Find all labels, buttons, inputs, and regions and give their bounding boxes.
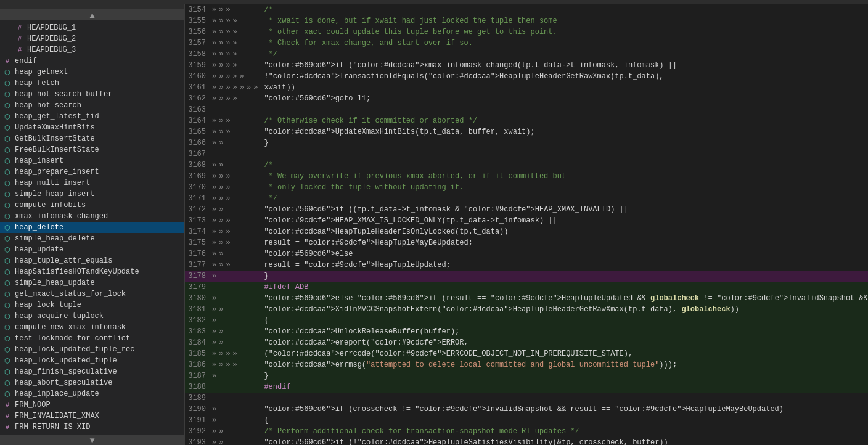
sidebar-item-compute_new_xmax_infomask[interactable]: ⬡compute_new_xmax_infomask — [0, 322, 184, 333]
sidebar-item-heap_acquire_tuplock[interactable]: ⬡heap_acquire_tuplock — [0, 311, 184, 322]
sidebar-item-UpdateXmaxHintBits[interactable]: ⬡UpdateXmaxHintBits — [0, 122, 184, 133]
sidebar-item-heap_lock_tuple[interactable]: ⬡heap_lock_tuple — [0, 300, 184, 311]
table-row: 3154»»»/* — [185, 4, 868, 15]
scroll-down-button[interactable]: ▼ — [0, 435, 184, 445]
sidebar-item-heap_fetch[interactable]: ⬡heap_fetch — [0, 78, 184, 89]
sidebar-item-simple_heap_update[interactable]: ⬡simple_heap_update — [0, 277, 184, 288]
sidebar-item-label: heap_inplace_update — [15, 390, 99, 398]
sidebar-item-heap_lock_updated_tuple_rec[interactable]: ⬡heap_lock_updated_tuple_rec — [0, 344, 184, 355]
arrow-col — [218, 415, 224, 426]
sidebar-item-label: heap_delete — [15, 223, 63, 232]
arrow-col — [245, 193, 252, 204]
func-icon: ⬡ — [2, 189, 12, 199]
sidebar-item-endif[interactable]: #endif — [0, 55, 184, 67]
arrow-col — [252, 160, 259, 171]
sidebar-item-heap_lock_updated_tuple[interactable]: ⬡heap_lock_updated_tuple — [0, 355, 184, 366]
arrow-col — [245, 315, 252, 326]
arrow-col — [232, 137, 239, 149]
sidebar-item-compute_infobits[interactable]: ⬡compute_infobits — [0, 200, 184, 211]
arrow-col — [218, 282, 224, 293]
sidebar-item-heap_inplace_update[interactable]: ⬡heap_inplace_update — [0, 388, 184, 399]
code-table: 3154»»»/*3155»»»» * xwait is done, but i… — [185, 4, 868, 445]
sidebar-item-label: HeapSatisfiesHOTandKeyUpdate — [15, 267, 139, 276]
arrow-col: » — [232, 359, 239, 370]
arrow-col — [245, 171, 252, 182]
arrow-col: » — [224, 348, 231, 359]
sidebar-item-heap_get_latest_tid[interactable]: ⬡heap_get_latest_tid — [0, 111, 184, 122]
sidebar-item-FRM_RETURN_IS_XID[interactable]: #FRM_RETURN_IS_XID — [0, 422, 184, 433]
sidebar-item-heap_prepare_insert[interactable]: ⬡heap_prepare_insert — [0, 166, 184, 178]
arrow-col: » — [211, 315, 218, 326]
func-icon: ⬡ — [2, 156, 12, 166]
sidebar-item-HEAPDEBUG_1_2[interactable]: #HEAPDEBUG_1 — [0, 22, 184, 33]
sidebar-item-FreeBulkInsertState[interactable]: ⬡FreeBulkInsertState — [0, 144, 184, 155]
arrow-col: » — [224, 71, 231, 82]
sidebar-item-heap_hot_search_buffer[interactable]: ⬡heap_hot_search_buffer — [0, 89, 184, 100]
sidebar-item-heap_insert[interactable]: ⬡heap_insert — [0, 155, 184, 166]
line-number: 3176 — [185, 248, 211, 259]
code-line: } — [261, 271, 868, 282]
sidebar-item-heap_delete[interactable]: ⬡heap_delete — [0, 222, 184, 233]
code-line — [261, 393, 868, 404]
arrow-col — [252, 27, 259, 38]
arrow-col — [245, 60, 252, 71]
arrow-col — [232, 104, 239, 115]
arrow-col — [252, 93, 259, 104]
code-line: xwait)) — [261, 82, 868, 93]
arrow-col — [224, 437, 231, 445]
table-row: 3188#endif — [185, 382, 868, 393]
sidebar-item-test_lockmode_for_conflict[interactable]: ⬡test_lockmode_for_conflict — [0, 333, 184, 344]
sidebar-item-HEAPDEBUG_3_2[interactable]: #HEAPDEBUG_3 — [0, 44, 184, 55]
sidebar-item-xmax_infomask_changed[interactable]: ⬡xmax_infomask_changed — [0, 211, 184, 222]
code-line: */ — [261, 193, 868, 204]
sidebar-item-heap_finish_speculative[interactable]: ⬡heap_finish_speculative — [0, 366, 184, 377]
line-number: 3171 — [185, 193, 211, 204]
line-number: 3174 — [185, 226, 211, 237]
arrow-col — [239, 237, 245, 248]
sidebar-item-heap_hot_search[interactable]: ⬡heap_hot_search — [0, 100, 184, 111]
sidebar-item-get_mxact_status_for_lock[interactable]: ⬡get_mxact_status_for_lock — [0, 288, 184, 300]
sidebar-item-heap_getnext[interactable]: ⬡heap_getnext — [0, 67, 184, 78]
arrow-col — [224, 282, 231, 293]
sidebar-item-heap_update[interactable]: ⬡heap_update — [0, 244, 184, 255]
line-number: 3179 — [185, 282, 211, 293]
func-icon: ⬡ — [2, 333, 12, 343]
arrow-col — [245, 248, 252, 259]
arrow-col — [232, 126, 239, 137]
arrow-col: » — [224, 115, 231, 126]
table-row: 3171»»» */ — [185, 193, 868, 204]
table-row: 3187»} — [185, 370, 868, 382]
func-icon: ⬡ — [2, 178, 12, 188]
arrow-col — [239, 271, 245, 282]
sidebar-item-FRM_NOOP[interactable]: #FRM_NOOP — [0, 399, 184, 410]
arrow-col — [252, 282, 259, 293]
arrow-col: » — [224, 182, 231, 193]
arrow-col: » — [211, 415, 218, 426]
arrow-col: » — [218, 426, 224, 437]
arrow-col — [252, 15, 259, 27]
sidebar-item-heap_abort_speculative[interactable]: ⬡heap_abort_speculative — [0, 377, 184, 388]
arrow-col — [245, 4, 252, 15]
code-area[interactable]: 3154»»»/*3155»»»» * xwait is done, but i… — [185, 4, 868, 445]
arrow-col — [218, 404, 224, 415]
sidebar-item-simple_heap_insert[interactable]: ⬡simple_heap_insert — [0, 189, 184, 200]
arrow-col: » — [239, 71, 245, 82]
arrow-col — [245, 426, 252, 437]
sidebar-item-HEAPDEBUG_2_2[interactable]: #HEAPDEBUG_2 — [0, 33, 184, 44]
line-number: 3158 — [185, 49, 211, 60]
arrow-col — [239, 49, 245, 60]
sidebar-item-HeapSatisfiesHOTandKeyUpdate[interactable]: ⬡HeapSatisfiesHOTandKeyUpdate — [0, 266, 184, 277]
arrow-col — [239, 259, 245, 271]
sidebar-item-label: heap_update — [15, 245, 63, 254]
app: ▲ #HEAPDEBUG_1#HEAPDEBUG_2#HEAPDEBUG_3▶e… — [0, 0, 868, 445]
sidebar-item-simple_heap_delete[interactable]: ⬡simple_heap_delete — [0, 233, 184, 244]
sidebar-list[interactable]: #HEAPDEBUG_1#HEAPDEBUG_2#HEAPDEBUG_3▶els… — [0, 20, 184, 435]
sidebar-item-heap_tuple_attr_equals[interactable]: ⬡heap_tuple_attr_equals — [0, 255, 184, 266]
sidebar-item-FRM_INVALIDATE_XMAX[interactable]: #FRM_INVALIDATE_XMAX — [0, 410, 184, 422]
arrow-col — [224, 393, 231, 404]
sidebar-item-heap_multi_insert[interactable]: ⬡heap_multi_insert — [0, 178, 184, 189]
arrow-col: » — [232, 38, 239, 49]
func-icon: ⬡ — [2, 367, 12, 377]
scroll-up-button[interactable]: ▲ — [0, 10, 184, 20]
sidebar-item-GetBulkInsertState[interactable]: ⬡GetBulkInsertState — [0, 133, 184, 144]
